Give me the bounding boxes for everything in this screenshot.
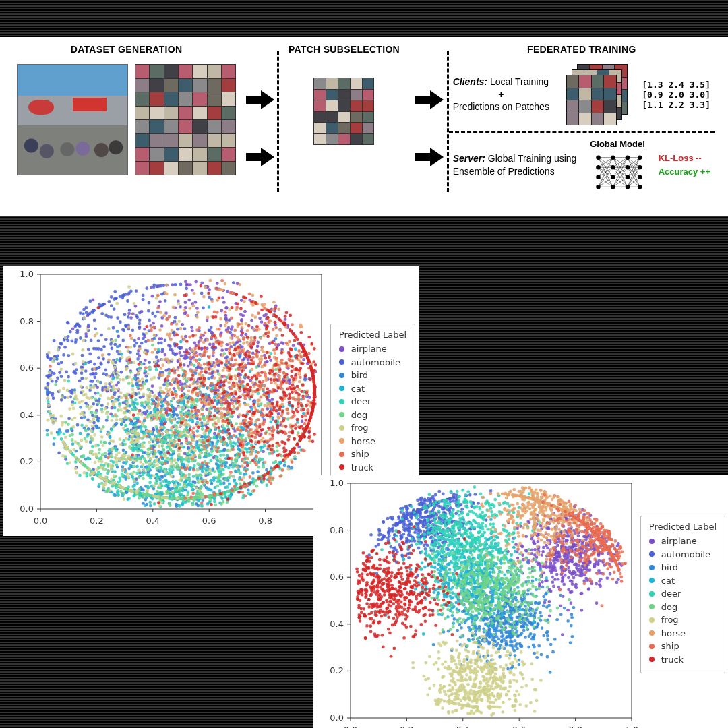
svg-point-3373 <box>119 418 123 421</box>
svg-point-968 <box>102 372 106 375</box>
svg-point-7946 <box>497 595 500 598</box>
svg-point-8007 <box>510 571 513 574</box>
svg-point-3607 <box>183 423 187 427</box>
svg-point-7967 <box>508 618 511 621</box>
svg-point-4618 <box>291 384 295 387</box>
svg-point-7365 <box>411 537 414 541</box>
svg-point-5527 <box>547 600 551 603</box>
svg-point-9919 <box>365 590 369 593</box>
legend-label: frog <box>661 613 679 627</box>
svg-point-1554 <box>173 413 177 416</box>
svg-point-8245 <box>489 701 492 704</box>
svg-point-6418 <box>495 635 499 638</box>
svg-point-3051 <box>197 496 200 499</box>
svg-point-5027 <box>311 409 314 413</box>
svg-point-8397 <box>454 681 457 685</box>
svg-point-4310 <box>213 310 216 313</box>
svg-point-6344 <box>569 641 572 644</box>
legend-label: airplane <box>661 535 697 548</box>
svg-point-4269 <box>229 471 233 474</box>
svg-point-9810 <box>409 590 413 593</box>
svg-point-3180 <box>125 437 128 441</box>
svg-point-7794 <box>462 547 466 550</box>
svg-point-8127 <box>411 661 415 665</box>
svg-point-554 <box>221 296 224 299</box>
svg-point-7873 <box>437 599 441 602</box>
svg-point-4976 <box>131 454 134 457</box>
svg-point-2309 <box>111 429 114 432</box>
svg-point-9556 <box>404 554 408 557</box>
svg-point-8500 <box>468 677 471 681</box>
svg-point-9013 <box>521 503 524 506</box>
svg-point-10029 <box>433 584 436 587</box>
svg-point-4852 <box>284 448 288 452</box>
svg-point-7613 <box>493 633 496 636</box>
svg-point-4797 <box>217 297 220 300</box>
svg-point-5968 <box>432 497 435 501</box>
svg-point-2706 <box>94 397 97 400</box>
svg-point-9028 <box>530 512 533 516</box>
svg-point-2635 <box>106 416 109 419</box>
svg-point-7525 <box>483 546 487 549</box>
svg-point-7521 <box>461 554 464 557</box>
svg-point-9568 <box>378 558 382 562</box>
svg-point-2169 <box>222 427 226 430</box>
svg-point-5416 <box>557 551 561 554</box>
svg-point-2712 <box>169 414 173 417</box>
svg-point-3315 <box>118 404 121 408</box>
svg-point-3918 <box>251 294 254 297</box>
svg-point-3281 <box>177 406 181 409</box>
svg-point-2737 <box>123 492 126 495</box>
svg-point-3418 <box>80 461 83 464</box>
svg-point-2395 <box>133 494 136 497</box>
svg-point-1400 <box>161 475 164 479</box>
svg-point-4138 <box>229 437 232 440</box>
svg-point-8411 <box>450 675 454 678</box>
svg-point-371 <box>173 387 176 390</box>
svg-point-5361 <box>574 586 578 589</box>
svg-point-3306 <box>132 361 135 364</box>
svg-point-9486 <box>615 549 618 552</box>
svg-point-4299 <box>274 326 278 330</box>
svg-point-7720 <box>516 600 520 603</box>
svg-point-133 <box>127 312 131 315</box>
svg-point-9215 <box>559 558 563 562</box>
svg-point-6598 <box>444 547 448 551</box>
svg-point-7984 <box>489 604 493 607</box>
svg-point-3508 <box>119 350 122 353</box>
svg-point-9972 <box>384 542 388 545</box>
svg-point-8733 <box>565 542 568 545</box>
svg-point-4254 <box>262 380 265 384</box>
svg-point-4964 <box>145 325 148 328</box>
svg-point-7230 <box>486 528 489 531</box>
legend-label: dog <box>351 408 367 422</box>
svg-point-3497 <box>200 495 204 499</box>
svg-point-4782 <box>295 357 299 360</box>
svg-point-5653 <box>468 493 472 497</box>
svg-point-9816 <box>382 645 385 648</box>
svg-point-9346 <box>559 588 562 592</box>
svg-point-2814 <box>180 456 183 460</box>
svg-point-4515 <box>243 419 247 422</box>
svg-point-9894 <box>378 620 382 624</box>
svg-point-1006 <box>179 346 182 350</box>
legend-item: ship <box>649 640 717 653</box>
svg-point-3250 <box>169 459 173 462</box>
svg-point-639 <box>80 377 84 380</box>
svg-point-3530 <box>154 361 157 364</box>
svg-point-8021 <box>456 620 460 624</box>
svg-text:0.0: 0.0 <box>330 712 344 723</box>
svg-point-2130 <box>98 483 101 487</box>
svg-point-3257 <box>199 452 202 455</box>
svg-point-3687 <box>185 431 189 434</box>
svg-point-3208 <box>156 463 159 466</box>
svg-point-2969 <box>146 388 150 391</box>
svg-point-8342 <box>495 669 498 672</box>
svg-point-128 <box>160 324 164 328</box>
svg-point-1578 <box>302 412 305 415</box>
vector-0: [1.3 2.4 3.5] <box>642 80 710 90</box>
svg-point-8050 <box>462 593 466 596</box>
metrics: KL-Loss -- Accuracy ++ <box>659 152 710 178</box>
svg-point-3407 <box>95 454 98 458</box>
svg-point-4752 <box>310 342 313 345</box>
